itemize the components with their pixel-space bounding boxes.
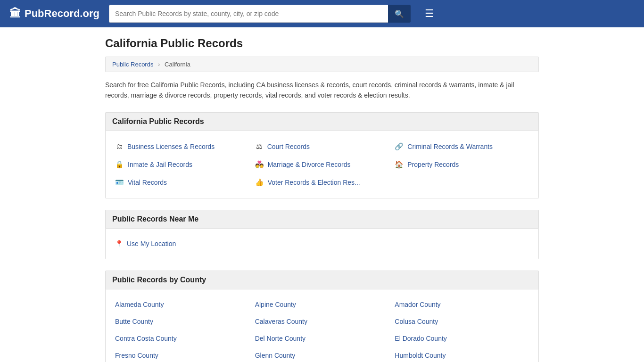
county-item[interactable]: Alpine County xyxy=(252,296,392,313)
records-section-body: 🗂Business Licenses & Records⚖Court Recor… xyxy=(105,131,539,198)
county-section: Public Records by County Alameda CountyA… xyxy=(105,271,539,362)
near-me-section: Public Records Near Me 📍 Use My Location xyxy=(105,210,539,259)
records-grid: 🗂Business Licenses & Records⚖Court Recor… xyxy=(112,138,532,191)
breadcrumb: Public Records › California xyxy=(105,57,539,72)
near-me-body: 📍 Use My Location xyxy=(105,229,539,259)
record-item[interactable]: ⚖Court Records xyxy=(252,138,392,156)
county-item[interactable]: Calaveras County xyxy=(252,313,392,330)
search-button[interactable]: 🔍 xyxy=(388,5,411,23)
record-icon: 🏠 xyxy=(395,160,404,169)
search-input[interactable] xyxy=(109,5,388,23)
location-label: Use My Location xyxy=(127,240,176,247)
search-container: 🔍 xyxy=(109,5,411,23)
record-label: Voter Records & Election Res... xyxy=(268,179,360,186)
county-item[interactable]: Humboldt County xyxy=(392,347,532,362)
near-me-header: Public Records Near Me xyxy=(105,210,539,229)
records-section: California Public Records 🗂Business Lice… xyxy=(105,112,539,198)
logo-icon: 🏛 xyxy=(9,7,21,20)
record-label: Court Records xyxy=(267,143,310,150)
record-label: Business Licenses & Records xyxy=(127,143,215,150)
record-icon: 🔒 xyxy=(115,160,124,169)
record-label: Vital Records xyxy=(128,179,167,186)
menu-icon: ☰ xyxy=(425,8,434,19)
header: 🏛 PubRecord.org 🔍 ☰ xyxy=(0,0,644,27)
county-grid: Alameda CountyAlpine CountyAmador County… xyxy=(112,296,532,362)
record-icon: 🔗 xyxy=(395,142,404,151)
page-description: Search for free California Public Record… xyxy=(105,80,539,101)
record-item[interactable]: 🪪Vital Records xyxy=(112,173,252,191)
record-item[interactable]: 💑Marriage & Divorce Records xyxy=(252,156,392,173)
record-item[interactable]: 🏠Property Records xyxy=(392,156,532,173)
record-item[interactable]: 🗂Business Licenses & Records xyxy=(112,138,252,156)
location-icon: 📍 xyxy=(115,240,123,247)
logo-text: PubRecord.org xyxy=(25,8,99,20)
record-icon: ⚖ xyxy=(255,142,264,151)
county-item[interactable]: Alameda County xyxy=(112,296,252,313)
county-item[interactable]: Fresno County xyxy=(112,347,252,362)
county-item[interactable]: Del Norte County xyxy=(252,330,392,347)
county-item[interactable]: Butte County xyxy=(112,313,252,330)
records-section-header: California Public Records xyxy=(105,112,539,131)
county-item[interactable]: Glenn County xyxy=(252,347,392,362)
county-item[interactable]: Contra Costa County xyxy=(112,330,252,347)
county-item[interactable]: Amador County xyxy=(392,296,532,313)
county-item[interactable]: Colusa County xyxy=(392,313,532,330)
county-section-header: Public Records by County xyxy=(105,271,539,289)
search-icon: 🔍 xyxy=(395,10,404,18)
record-icon: 🪪 xyxy=(115,178,124,187)
page-title: California Public Records xyxy=(105,37,539,50)
record-label: Criminal Records & Warrants xyxy=(407,143,493,150)
record-item[interactable]: 🔗Criminal Records & Warrants xyxy=(392,138,532,156)
record-label: Marriage & Divorce Records xyxy=(268,161,351,168)
record-label: Property Records xyxy=(407,161,459,168)
county-item[interactable]: El Dorado County xyxy=(392,330,532,347)
breadcrumb-separator: › xyxy=(158,61,160,68)
record-icon: 💑 xyxy=(255,160,264,169)
record-icon: 👍 xyxy=(255,178,264,187)
use-my-location[interactable]: 📍 Use My Location xyxy=(112,235,532,252)
menu-button[interactable]: ☰ xyxy=(425,8,434,19)
county-section-body: Alameda CountyAlpine CountyAmador County… xyxy=(105,289,539,362)
breadcrumb-home[interactable]: Public Records xyxy=(112,61,153,68)
breadcrumb-current: California xyxy=(165,61,190,68)
main-content: California Public Records Public Records… xyxy=(96,27,548,362)
record-label: Inmate & Jail Records xyxy=(128,161,192,168)
record-item[interactable]: 👍Voter Records & Election Res... xyxy=(252,173,392,191)
record-item[interactable]: 🔒Inmate & Jail Records xyxy=(112,156,252,173)
record-icon: 🗂 xyxy=(115,142,124,150)
logo[interactable]: 🏛 PubRecord.org xyxy=(9,7,99,20)
